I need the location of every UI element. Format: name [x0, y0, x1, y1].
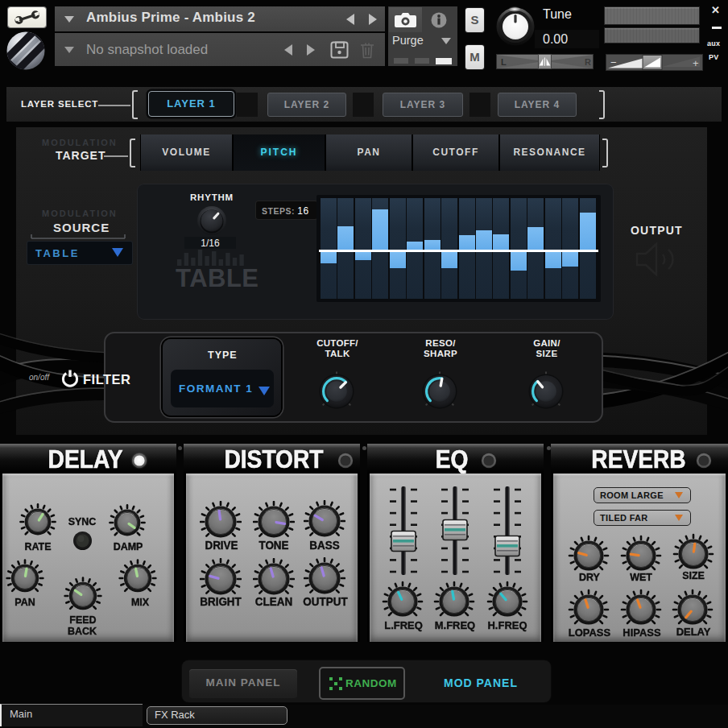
- svg-text:+: +: [693, 57, 699, 69]
- svg-text:−: −: [610, 56, 617, 68]
